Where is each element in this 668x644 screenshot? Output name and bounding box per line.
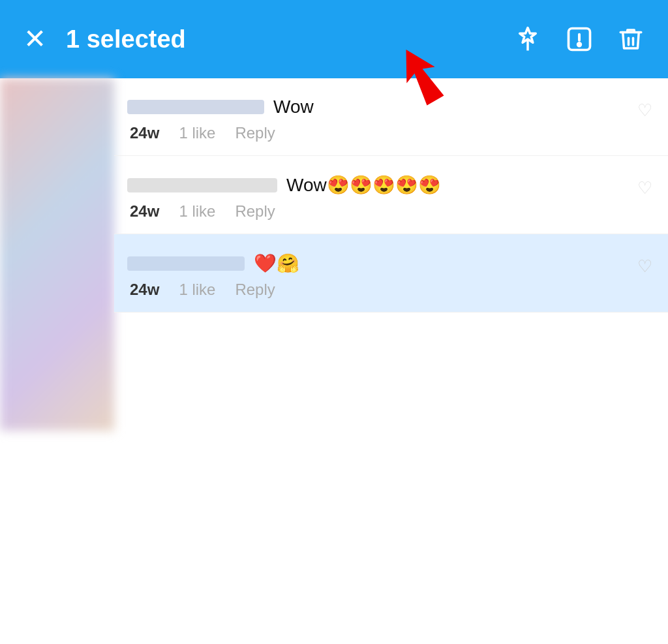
trash-icon [617,25,645,53]
username-placeholder [127,256,245,271]
top-bar-actions [514,25,645,54]
comment-text-1: Wow [273,97,314,117]
content-area: Wow 24w 1 like Reply ♡ Wow😍😍😍😍😍 24w 1 li… [0,78,668,431]
comment-reply-1[interactable]: Reply [235,124,275,142]
comment-likes-2: 1 like [179,202,215,221]
like-button-2[interactable]: ♡ [637,178,652,198]
username-placeholder [127,178,277,192]
comment-row: Wow😍😍😍😍😍 24w 1 like Reply ♡ [114,156,668,234]
pin-icon [514,25,541,53]
close-button[interactable]: ✕ [23,25,46,53]
comment-meta-2: 24w 1 like Reply [127,202,652,221]
username-placeholder [127,100,264,114]
comment-meta-3: 24w 1 like Reply [127,281,652,299]
comments-section: Wow 24w 1 like Reply ♡ Wow😍😍😍😍😍 24w 1 li… [114,78,668,431]
comment-time-2: 24w [130,202,159,221]
selected-title: 1 selected [66,25,514,54]
comment-time-3: 24w [130,281,159,299]
comment-meta-1: 24w 1 like Reply [127,124,652,142]
comment-text-2: Wow😍😍😍😍😍 [286,174,441,196]
comment-header-2: Wow😍😍😍😍😍 [127,174,652,196]
sidebar-profile-image [0,78,114,431]
delete-button[interactable] [617,25,645,53]
pin-button[interactable] [514,25,541,53]
comment-reply-2[interactable]: Reply [235,202,275,221]
comment-row-selected: ❤️🤗 24w 1 like Reply ♡ [114,234,668,313]
comment-likes-1: 1 like [179,124,215,142]
comment-row: Wow 24w 1 like Reply ♡ [114,78,668,156]
like-button-1[interactable]: ♡ [637,100,652,121]
comment-text-3: ❤️🤗 [254,253,299,274]
like-button-3[interactable]: ♡ [637,256,652,277]
report-button[interactable] [565,25,594,54]
top-bar: ✕ 1 selected [0,0,668,78]
comment-header-1: Wow [127,97,652,117]
comment-likes-3: 1 like [179,281,215,299]
report-icon [565,25,594,54]
comment-reply-3[interactable]: Reply [235,281,275,299]
comment-header-3: ❤️🤗 [127,253,652,274]
svg-point-3 [578,43,581,46]
comment-time-1: 24w [130,124,159,142]
